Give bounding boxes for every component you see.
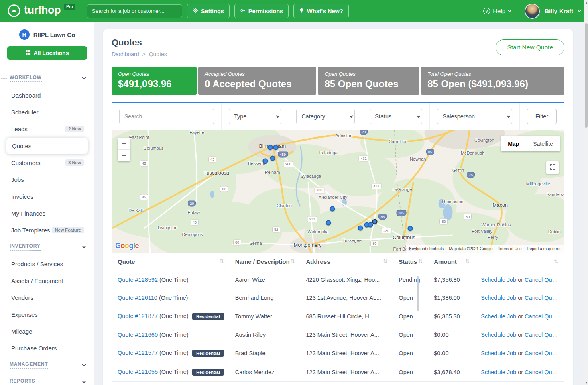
stat-accepted-quotes[interactable]: Accepted Quotes 0 Accepted Quotes: [198, 67, 316, 95]
map-marker[interactable]: [326, 220, 331, 225]
scroll-up-arrow[interactable]: ▲: [584, 0, 588, 5]
sidebar-item-purchase-orders[interactable]: Purchase Orders: [0, 340, 94, 356]
report-map-error-link[interactable]: Report a map error: [527, 246, 561, 251]
map-city-label: Griffin: [452, 168, 464, 173]
user-avatar[interactable]: [525, 4, 540, 19]
category-filter-select[interactable]: Category: [296, 109, 355, 124]
map-city-label: Alexander City: [319, 195, 348, 200]
map-view-button[interactable]: Map: [501, 136, 526, 151]
stat-open-quotes-amount[interactable]: Open Quotes $491,093.96: [112, 67, 197, 95]
sort-icon[interactable]: ⇅: [220, 258, 224, 264]
turfhop-logo[interactable]: turfhop Pro: [7, 3, 75, 19]
all-locations-button[interactable]: All Locations: [7, 46, 87, 60]
fullscreen-button[interactable]: [546, 161, 559, 174]
terms-of-use-link[interactable]: Terms of Use: [498, 246, 522, 251]
schedule-job-link[interactable]: Schedule Job: [481, 369, 516, 375]
map-marker[interactable]: [368, 222, 373, 228]
global-search-input[interactable]: [87, 4, 182, 18]
schedule-job-link[interactable]: Schedule Job: [481, 332, 516, 338]
map-marker[interactable]: [408, 226, 413, 231]
map-marker[interactable]: [268, 145, 273, 150]
cancel-quote-link[interactable]: Cancel Quote: [525, 295, 560, 301]
chevron-down-icon[interactable]: [578, 8, 582, 12]
sidebar-item-leads[interactable]: Leads 2 New: [0, 120, 94, 137]
sidebar-item-invoices[interactable]: Invoices: [0, 188, 94, 205]
quote-link[interactable]: Quote #121577: [118, 350, 158, 356]
address-cell: 123 1st Avenue, Hoover AL...: [301, 289, 393, 307]
satellite-view-button[interactable]: Satellite: [526, 136, 560, 151]
quotes-search-input[interactable]: [119, 109, 214, 124]
sidebar-item-assets-equipment[interactable]: Assets / Equipment: [0, 272, 94, 289]
quote-link[interactable]: Quote #121055: [118, 369, 158, 375]
start-new-quote-button[interactable]: Start New Quote: [496, 39, 564, 55]
sidebar-item-scheduler[interactable]: Scheduler: [0, 104, 94, 120]
map-marker[interactable]: [273, 145, 278, 150]
settings-button[interactable]: Settings: [187, 4, 230, 18]
quote-link[interactable]: Quote #121660: [118, 332, 158, 338]
page-scrollbar[interactable]: ▲ ▼: [584, 0, 588, 385]
schedule-job-link[interactable]: Schedule Job: [481, 350, 516, 356]
quotes-map[interactable]: East PointFayetteColumbusAnnistonCarroll…: [112, 130, 564, 253]
sidebar-item-job-templates[interactable]: Job Templates New Feature: [0, 222, 94, 238]
sidebar-item-expenses[interactable]: Expenses: [0, 306, 94, 323]
type-filter-select[interactable]: Type: [229, 109, 281, 124]
quote-cell: Quote #121660 (One Time): [112, 326, 230, 344]
map-city-label: Dublin: [548, 229, 561, 234]
cancel-quote-link[interactable]: Cancel Quote: [525, 369, 560, 375]
sort-icon[interactable]: ⇅: [291, 258, 295, 264]
status-filter-select[interactable]: Status: [370, 109, 422, 124]
sort-icon[interactable]: ⇅: [554, 259, 558, 265]
sort-icon[interactable]: ⇅: [465, 258, 470, 264]
sort-icon[interactable]: ⇅: [418, 258, 423, 264]
zoom-out-button[interactable]: −: [118, 150, 130, 161]
company-switcher[interactable]: R RIIPL Lawn Co: [0, 29, 94, 40]
breadcrumb-dashboard[interactable]: Dashboard: [112, 51, 139, 57]
scrollbar-thumb[interactable]: [585, 23, 588, 128]
sidebar-section-inventory[interactable]: INVENTORY: [0, 238, 94, 255]
sidebar-section-management[interactable]: MANAGEMENT: [0, 356, 94, 373]
stat-open-quotes-count[interactable]: Open Quotes 85 Open Quotes: [318, 67, 419, 95]
schedule-job-link[interactable]: Schedule Job: [481, 313, 516, 320]
filter-button[interactable]: Filter: [527, 109, 557, 124]
sidebar-item-vendors[interactable]: Vendors: [0, 289, 94, 306]
sidebar-item-jobs[interactable]: Jobs: [0, 171, 94, 188]
table-row: Quote #128592 (One Time) Aaron Wize 4220…: [112, 271, 564, 289]
google-logo[interactable]: Google: [115, 242, 139, 250]
permissions-button[interactable]: Permissions: [234, 4, 289, 18]
zoom-in-button[interactable]: +: [118, 138, 130, 150]
cancel-quote-link[interactable]: Cancel Quote: [525, 277, 560, 283]
help-menu[interactable]: ? Help: [483, 8, 511, 14]
sidebar-section-reports[interactable]: REPORTS: [0, 373, 94, 385]
sidebar-section-workflow[interactable]: WORKFLOW: [0, 70, 94, 87]
quote-link[interactable]: Quote #121877: [118, 313, 158, 319]
sort-icon[interactable]: ⇅: [383, 258, 387, 264]
sidebar-item-mileage[interactable]: Mileage: [0, 323, 94, 340]
sidebar-item-quotes[interactable]: Quotes: [6, 138, 88, 154]
map-city-label: Sandersville: [547, 192, 564, 197]
table-inner-scrollbar[interactable]: [417, 276, 419, 311]
sidebar-item-my-finances[interactable]: My Finances: [0, 205, 94, 222]
map-marker[interactable]: [262, 158, 268, 163]
sidebar-item-dashboard[interactable]: Dashboard: [0, 87, 94, 104]
cancel-quote-link[interactable]: Cancel Quote: [525, 350, 560, 356]
permissions-label: Permissions: [248, 8, 283, 14]
scroll-down-arrow[interactable]: ▼: [584, 380, 588, 385]
quote-link[interactable]: Quote #128592: [118, 277, 158, 283]
schedule-job-link[interactable]: Schedule Job: [481, 295, 516, 301]
map-marker[interactable]: [358, 226, 363, 231]
sidebar-item-products-services[interactable]: Products / Services: [0, 255, 94, 272]
map-marker[interactable]: [270, 156, 275, 161]
quote-link[interactable]: Quote #126110: [118, 295, 157, 301]
schedule-job-link[interactable]: Schedule Job: [481, 277, 516, 283]
stat-total-open[interactable]: Total Open Quotes 85 Open ($491,093.96): [421, 67, 564, 95]
keyboard-shortcuts-link[interactable]: Keyboard shortcuts: [409, 246, 444, 251]
salesperson-filter-select[interactable]: Salesperson: [437, 109, 512, 124]
cancel-quote-link[interactable]: Cancel Quote: [525, 313, 560, 320]
sidebar-item-customers[interactable]: Customers 3 New: [0, 154, 94, 171]
map-city-label: Carrollton: [389, 139, 408, 144]
whats-new-button[interactable]: What's New?: [293, 4, 349, 18]
map-marker[interactable]: [330, 206, 335, 212]
cancel-quote-link[interactable]: Cancel Quote: [525, 332, 560, 338]
col-name-description: ⇅Name / Description: [230, 253, 301, 271]
map-marker[interactable]: [372, 219, 378, 224]
